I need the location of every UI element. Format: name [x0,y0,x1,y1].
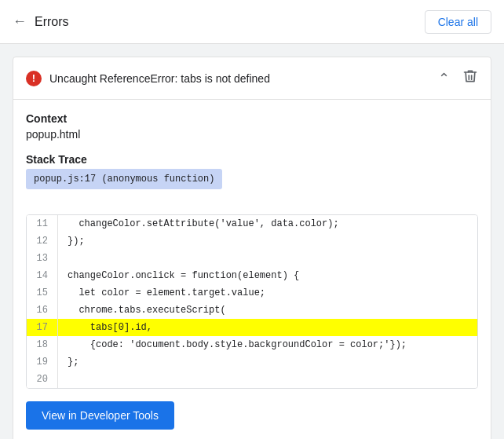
line-number: 14 [27,267,58,284]
error-header-actions: ⌃ [438,68,478,88]
context-label: Context [26,112,478,125]
code-block: 11 changeColor.setAttribute('value', dat… [26,214,478,389]
error-card: ! Uncaught ReferenceError: tabs is not d… [13,57,491,439]
line-content: tabs[0].id, [58,319,477,336]
error-header-left: ! Uncaught ReferenceError: tabs is not d… [26,71,270,86]
header-left: ← Errors [13,13,69,30]
stack-trace-label: Stack Trace [26,153,478,166]
line-number: 11 [27,215,58,232]
error-body: Context popup.html Stack Trace popup.js:… [13,100,491,389]
code-line: 18 {code: 'document.body.style.backgroun… [27,336,477,353]
line-number: 12 [27,232,58,250]
error-message: Uncaught ReferenceError: tabs is not def… [49,72,270,85]
line-content: changeColor.onclick = function(element) … [58,267,477,284]
line-number: 18 [27,336,58,353]
clear-all-button[interactable]: Clear all [425,10,491,34]
code-scroll[interactable]: 11 changeColor.setAttribute('value', dat… [27,215,477,388]
back-button[interactable]: ← [13,13,27,30]
code-line: 12}); [27,232,477,250]
delete-icon[interactable] [462,68,478,88]
code-line: 13 [27,250,477,267]
line-number: 20 [27,371,58,388]
code-line: 14changeColor.onclick = function(element… [27,267,477,284]
code-line: 17 tabs[0].id, [27,319,477,336]
line-number: 19 [27,353,58,371]
main-content: ! Uncaught ReferenceError: tabs is not d… [0,44,504,439]
code-line: 16 chrome.tabs.executeScript( [27,302,477,319]
page-title: Errors [35,15,69,29]
line-content: }); [58,232,477,250]
error-header-row: ! Uncaught ReferenceError: tabs is not d… [13,57,491,100]
line-number: 17 [27,319,58,336]
code-line: 19}; [27,353,477,371]
line-number: 15 [27,284,58,302]
code-line: 20 [27,371,477,388]
stack-trace-pill: popup.js:17 (anonymous function) [26,169,222,189]
line-content: {code: 'document.body.style.backgroundCo… [58,336,477,353]
line-number: 16 [27,302,58,319]
line-content: chrome.tabs.executeScript( [58,302,477,319]
dev-tools-button[interactable]: View in Developer Tools [26,401,174,430]
chevron-up-icon[interactable]: ⌃ [438,70,450,87]
line-number: 13 [27,250,58,267]
header: ← Errors Clear all [0,0,504,44]
line-content: let color = element.target.value; [58,284,477,302]
line-content: changeColor.setAttribute('value', data.c… [58,215,477,232]
code-line: 11 changeColor.setAttribute('value', dat… [27,215,477,232]
code-line: 15 let color = element.target.value; [27,284,477,302]
line-content: }; [58,353,477,371]
error-icon: ! [26,71,42,86]
context-value: popup.html [26,128,478,141]
